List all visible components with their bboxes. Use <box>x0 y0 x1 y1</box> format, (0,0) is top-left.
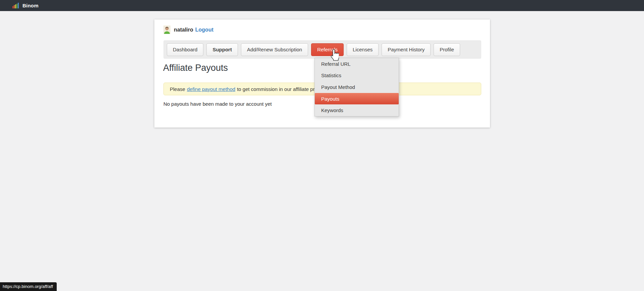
main-card: nataliro Logout Dashboard Support Add/Re… <box>154 19 490 128</box>
empty-payouts-message: No payouts have been made to your accoun… <box>163 101 272 107</box>
nav-item-add-renew-subscription[interactable]: Add/Renew Subscription <box>241 43 308 56</box>
nav-item-support[interactable]: Support <box>206 43 238 56</box>
notice-text-prefix: Please <box>170 86 185 92</box>
menu-item-keywords[interactable]: Keywords <box>315 104 399 116</box>
status-url-tooltip: https://cp.binom.org/aff/aff <box>0 282 57 291</box>
menu-item-payout-method[interactable]: Payout Method <box>315 81 399 93</box>
page-title: Affiliate Payouts <box>163 63 228 73</box>
binom-logo-bar-chart-icon <box>12 3 19 8</box>
nav-item-profile[interactable]: Profile <box>434 43 460 56</box>
brand-title: Binom <box>22 3 39 8</box>
logout-link[interactable]: Logout <box>195 27 213 33</box>
nav-item-dashboard[interactable]: Dashboard <box>167 43 203 56</box>
user-avatar-icon <box>163 26 170 34</box>
menu-item-referral-url[interactable]: Referral URL <box>315 58 399 70</box>
menu-item-payouts[interactable]: Payouts <box>315 93 399 105</box>
topbar: Binom <box>0 0 644 11</box>
nav-item-payment-history[interactable]: Payment History <box>382 43 431 56</box>
main-nav: Dashboard Support Add/Renew Subscription… <box>163 40 481 59</box>
define-payout-method-link[interactable]: define payout method <box>187 86 235 92</box>
nav-item-referrals[interactable]: Referrals <box>311 43 344 56</box>
menu-item-statistics[interactable]: Statistics <box>315 70 399 82</box>
nav-item-licenses[interactable]: Licenses <box>347 43 379 56</box>
user-row: nataliro Logout <box>163 26 213 34</box>
referrals-dropdown-menu: Referral URL Statistics Payout Method Pa… <box>314 58 399 116</box>
username-label: nataliro <box>174 27 193 33</box>
